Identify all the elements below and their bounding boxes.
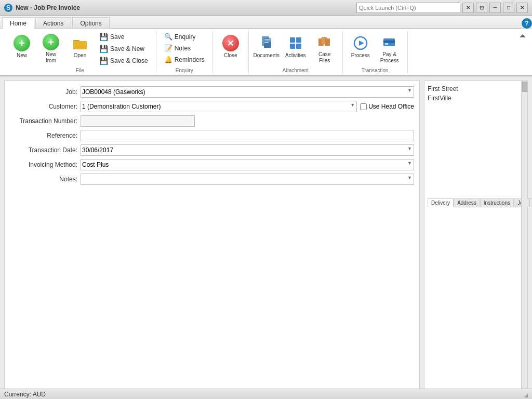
use-head-office-checkbox[interactable]	[360, 103, 367, 110]
svg-marker-22	[520, 34, 526, 37]
pay-process-label: Pay & Process	[379, 51, 401, 64]
notes-row: Notes:	[10, 174, 414, 185]
close-label: Close	[224, 52, 237, 59]
window-title: New - Job Pre Invoice	[16, 4, 80, 11]
form-panel: Job: JOB00048 (Gasworks) Customer: 1 (De…	[4, 81, 420, 390]
close-button[interactable]: ✕ Close	[217, 31, 244, 62]
notes-label: Notes	[175, 45, 191, 52]
process-button[interactable]: Process	[347, 31, 374, 62]
tab-options[interactable]: Options	[72, 17, 109, 29]
pay-process-icon	[381, 34, 398, 50]
enquiry-button[interactable]: 🔍 Enquiry	[161, 31, 208, 42]
notes-button[interactable]: 📝 Notes	[161, 43, 208, 54]
save-and-new-label: Save & New	[110, 45, 144, 52]
open-label: Open	[74, 52, 86, 59]
file-group-content: + New + New from Open	[8, 31, 152, 66]
title-bar-left: S New - Job Pre Invoice	[4, 4, 80, 12]
svg-marker-18	[359, 41, 364, 46]
documents-icon	[258, 35, 275, 51]
transaction-number-input: Automatic	[81, 115, 195, 127]
save-and-new-button[interactable]: 💾 Save & New	[96, 43, 152, 55]
job-row: Job: JOB00048 (Gasworks)	[10, 86, 414, 98]
tab-actions[interactable]: Actions	[35, 17, 71, 29]
job-select[interactable]: JOB00048 (Gasworks)	[81, 86, 414, 98]
close-icon: ✕	[222, 35, 239, 51]
svg-rect-21	[385, 43, 388, 45]
new-label: New	[17, 52, 27, 59]
enquiry-label: Enquiry	[175, 33, 196, 41]
folder-icon	[72, 35, 88, 51]
address-scrollbar[interactable]	[521, 81, 527, 390]
notes-select[interactable]	[81, 174, 414, 185]
transaction-group-content: Process Pay & Process	[347, 31, 403, 66]
pay-process-button[interactable]: Pay & Process	[376, 31, 403, 66]
title-bar-controls: ✕ ⊡ ─ □ ✕	[356, 3, 528, 13]
reminders-button[interactable]: 🔔 Reminders	[161, 54, 208, 65]
activities-button[interactable]: Activities	[282, 31, 309, 62]
quick-launch-input[interactable]	[356, 3, 460, 13]
reference-label: Reference:	[10, 132, 77, 139]
transaction-date-select[interactable]: 30/06/2017	[81, 144, 414, 156]
case-files-button[interactable]: Case Files	[311, 31, 338, 66]
screenshot-button[interactable]: ⊡	[476, 3, 487, 13]
customer-select[interactable]: 1 (Demonstration Customer)	[81, 101, 357, 112]
ribbon: + New + New from Open	[0, 29, 532, 76]
invoicing-method-label: Invoicing Method:	[10, 161, 77, 168]
activities-icon	[287, 35, 304, 51]
close-group-content: ✕ Close	[217, 31, 244, 72]
save-and-close-button[interactable]: 💾 Save & Close	[96, 55, 152, 66]
tab-home[interactable]: Home	[2, 17, 34, 29]
address-line2: FirstVille	[428, 94, 524, 103]
customer-label: Customer:	[10, 103, 77, 110]
save-icon: 💾	[99, 33, 108, 41]
addr-tab-address[interactable]: Address	[454, 198, 480, 207]
addr-tab-delivery[interactable]: Delivery	[428, 198, 454, 207]
process-label: Process	[351, 52, 370, 59]
currency-label: Currency: AUD	[4, 391, 46, 398]
svg-rect-10	[290, 37, 295, 43]
open-button[interactable]: Open	[66, 31, 94, 62]
reference-input[interactable]	[81, 130, 414, 141]
reminders-label: Reminders	[175, 56, 205, 63]
svg-rect-12	[290, 44, 295, 49]
transaction-number-label: Transaction Number:	[10, 117, 77, 125]
collapse-ribbon-button[interactable]	[517, 31, 528, 43]
address-line1: First Street	[428, 84, 524, 94]
save-buttons-stack: 💾 Save 💾 Save & New 💾 Save & Close	[96, 31, 152, 66]
documents-label: Documents	[253, 52, 280, 59]
address-space	[428, 103, 524, 196]
help-button[interactable]: ?	[522, 18, 532, 29]
addr-tab-retention[interactable]: Retention	[529, 198, 532, 207]
use-head-office-wrapper: Use Head Office	[360, 103, 414, 110]
enquiry-group-label: Enquiry	[161, 68, 208, 73]
new-button[interactable]: + New	[8, 31, 35, 62]
enquiry-buttons-stack: 🔍 Enquiry 📝 Notes 🔔 Reminders	[161, 31, 208, 65]
save-and-new-icon: 💾	[99, 45, 108, 53]
new-from-icon: +	[43, 34, 59, 50]
new-from-label: New from	[40, 51, 62, 64]
svg-rect-4	[73, 41, 87, 49]
new-from-button[interactable]: + New from	[37, 31, 64, 66]
documents-button[interactable]: Documents	[253, 31, 280, 62]
maximize-button[interactable]: □	[503, 3, 514, 13]
enquiry-group-content: 🔍 Enquiry 📝 Notes 🔔 Reminders	[161, 31, 208, 66]
invoicing-method-select[interactable]: Cost Plus	[81, 159, 414, 170]
reference-row: Reference:	[10, 130, 414, 141]
case-files-icon	[316, 34, 333, 50]
file-group-label: File	[8, 68, 152, 73]
title-bar: S New - Job Pre Invoice ✕ ⊡ ─ □ ✕	[0, 0, 532, 16]
svg-rect-6	[264, 38, 271, 48]
enquiry-icon: 🔍	[164, 33, 172, 41]
ribbon-group-enquiry: 🔍 Enquiry 📝 Notes 🔔 Reminders Enquiry	[156, 31, 213, 73]
minimize-button[interactable]: ─	[489, 3, 501, 13]
save-and-close-label: Save & Close	[110, 57, 148, 64]
attachment-group-label: Attachment	[253, 68, 338, 73]
close-window-button[interactable]: ✕	[516, 3, 528, 13]
reminders-icon: 🔔	[164, 56, 172, 63]
transaction-date-row: Transaction Date: 30/06/2017	[10, 144, 414, 156]
search-clear-button[interactable]: ✕	[462, 3, 474, 13]
save-button[interactable]: 💾 Save	[96, 31, 152, 43]
address-panel: First Street FirstVille Delivery Address…	[424, 81, 528, 390]
save-and-close-icon: 💾	[99, 57, 108, 65]
addr-tab-instructions[interactable]: Instructions	[480, 198, 514, 207]
